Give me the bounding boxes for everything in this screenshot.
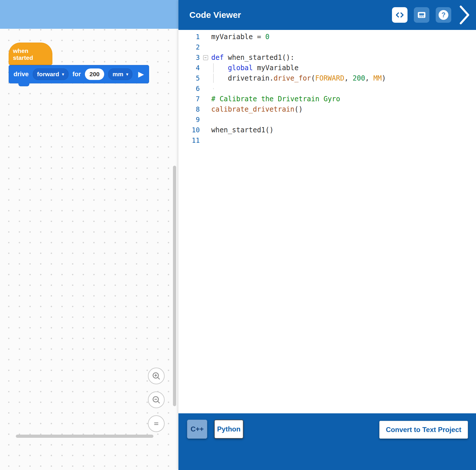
line-number: 7	[178, 95, 200, 103]
code-text: def when_started1():	[211, 54, 476, 62]
convert-to-text-project-button[interactable]: Convert to Text Project	[379, 421, 468, 439]
language-tab-cpp[interactable]: C++	[187, 420, 207, 439]
workspace-vertical-scrollbar[interactable]	[173, 166, 176, 406]
code-line: 11	[178, 135, 476, 146]
code-line: 8calibrate_drivetrain()	[178, 104, 476, 114]
code-text: global myVariable	[211, 64, 476, 72]
code-lines: 1myVariable = 023−def when_started1():4 …	[178, 32, 476, 146]
code-text: when_started1()	[211, 126, 476, 134]
code-text: drivetrain.drive_for(FORWARD, 200, MM)	[211, 74, 476, 82]
blocks-workspace[interactable]: when started drive forward ▾ for 200 mm …	[0, 29, 178, 470]
code-viewer-header: Code Viewer	[178, 0, 476, 30]
zoom-reset-button[interactable]	[148, 415, 165, 432]
drive-distance-value: 200	[90, 71, 100, 78]
line-number: 5	[178, 74, 200, 82]
fold-marker-column: −	[200, 55, 211, 60]
code-text: calibrate_drivetrain()	[211, 105, 476, 113]
drive-unit-value: mm	[113, 71, 123, 78]
drive-distance-input[interactable]: 200	[85, 68, 104, 80]
code-view-toggle-button[interactable]	[392, 7, 408, 23]
line-number: 11	[178, 137, 200, 144]
language-tab-python[interactable]: Python	[214, 420, 243, 439]
chevron-right-icon	[459, 4, 470, 26]
when-started-label: when started	[13, 47, 48, 61]
code-line: 6	[178, 83, 476, 94]
collapse-panel-button[interactable]	[459, 4, 470, 26]
app-root: when started drive forward ▾ for 200 mm …	[0, 0, 476, 470]
header-actions: ?	[392, 0, 470, 30]
question-mark-icon: ?	[439, 10, 448, 20]
code-line: 10when_started1()	[178, 125, 476, 135]
drive-block[interactable]: drive forward ▾ for 200 mm ▾ ▶	[9, 65, 149, 83]
line-number: 1	[178, 33, 200, 41]
line-number: 10	[178, 126, 200, 134]
code-line: 1myVariable = 0	[178, 32, 476, 42]
code-viewer-panel: Code Viewer	[178, 0, 476, 470]
zoom-out-button[interactable]	[148, 391, 165, 408]
drive-direction-dropdown[interactable]: forward ▾	[33, 68, 68, 80]
code-line: 5 drivetrain.drive_for(FORWARD, 200, MM)	[178, 73, 476, 83]
zoom-out-icon	[152, 396, 161, 404]
top-toolbar	[0, 0, 178, 29]
code-text: # Calibrate the Drivetrain Gyro	[211, 95, 476, 103]
code-text: myVariable = 0	[211, 33, 476, 41]
code-line: 4 global myVariable	[178, 63, 476, 73]
drive-for-label: for	[73, 70, 81, 78]
brain-button[interactable]	[414, 7, 429, 23]
code-brackets-icon	[395, 10, 404, 20]
run-block-play-icon[interactable]: ▶	[138, 71, 143, 78]
code-area: 1myVariable = 023−def when_started1():4 …	[178, 30, 476, 413]
code-line: 3−def when_started1():	[178, 52, 476, 63]
line-number: 8	[178, 106, 200, 113]
drive-direction-value: forward	[37, 71, 59, 78]
code-line: 2	[178, 42, 476, 52]
zoom-in-icon	[152, 372, 161, 380]
brain-icon	[417, 11, 426, 19]
line-number: 4	[178, 64, 200, 72]
workspace-horizontal-scrollbar[interactable]	[16, 435, 153, 438]
drive-label: drive	[14, 70, 29, 78]
code-line: 9	[178, 114, 476, 125]
line-number: 2	[178, 43, 200, 51]
line-number: 6	[178, 85, 200, 92]
fold-collapse-icon[interactable]: −	[203, 55, 208, 60]
help-button[interactable]: ?	[436, 7, 451, 23]
line-number: 3	[178, 54, 200, 61]
code-viewer-title: Code Viewer	[189, 10, 241, 20]
code-line: 7# Calibrate the Drivetrain Gyro	[178, 94, 476, 104]
when-started-block[interactable]: when started	[9, 43, 52, 65]
chevron-down-icon: ▾	[62, 72, 64, 76]
drive-unit-dropdown[interactable]: mm ▾	[108, 68, 132, 80]
line-number: 9	[178, 116, 200, 123]
zoom-reset-icon	[152, 420, 160, 428]
code-viewer-footer: C++ Python Convert to Text Project	[178, 413, 476, 470]
drive-block-connector-tab	[18, 83, 29, 86]
zoom-in-button[interactable]	[148, 368, 165, 384]
chevron-down-icon: ▾	[126, 72, 128, 76]
